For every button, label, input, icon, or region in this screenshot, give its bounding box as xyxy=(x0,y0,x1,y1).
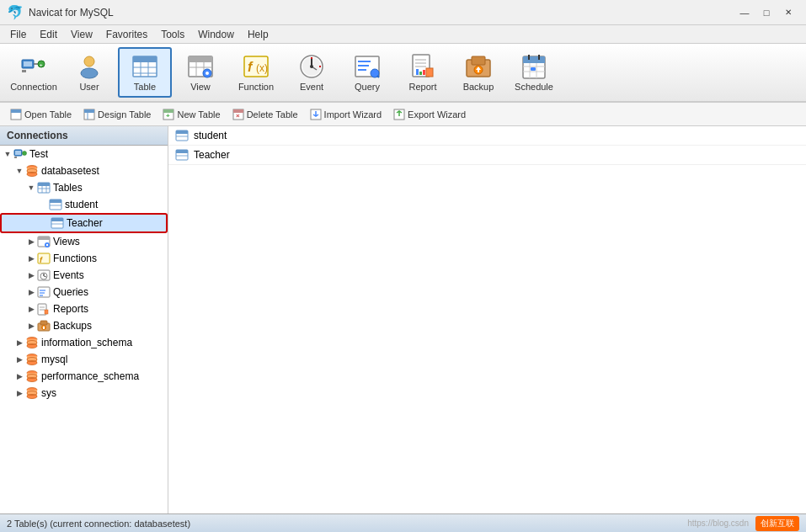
menu-file[interactable]: File xyxy=(3,27,33,42)
svg-rect-15 xyxy=(189,56,212,62)
toolbar-report-button[interactable]: Report xyxy=(396,47,450,98)
title-bar: 🐬 Navicat for MySQL — □ ✕ xyxy=(0,0,806,25)
maximize-button[interactable]: □ xyxy=(755,4,777,21)
toggle-tables: ▼ xyxy=(25,182,37,194)
backups-icon xyxy=(37,319,51,332)
tree-label-student: student xyxy=(65,199,98,210)
toolbar-event-button[interactable]: Event xyxy=(285,47,339,98)
menu-help[interactable]: Help xyxy=(241,27,275,42)
svg-point-74 xyxy=(23,152,27,156)
toolbar-function-button[interactable]: f (x) Function xyxy=(229,47,283,98)
toolbar-query-button[interactable]: Query xyxy=(340,47,394,98)
new-table-button[interactable]: + New Table xyxy=(157,107,225,122)
tree-item-performance-schema[interactable]: ▶ performance_schema xyxy=(0,368,168,385)
functions-icon: f xyxy=(37,252,51,265)
table-icon-teacher-right xyxy=(175,148,189,162)
svg-rect-131 xyxy=(176,150,188,153)
database-icon-information-schema xyxy=(25,336,39,349)
svg-point-7 xyxy=(81,68,98,78)
svg-text:+: + xyxy=(166,112,170,120)
database-icon-databasetest xyxy=(25,164,39,178)
tree-item-information-schema[interactable]: ▶ information_schema xyxy=(0,334,168,351)
menu-tools[interactable]: Tools xyxy=(154,27,191,42)
tree-label-databasetest: databasetest xyxy=(41,165,99,177)
svg-rect-85 xyxy=(50,200,61,203)
tree-label-performance-schema: performance_schema xyxy=(41,370,139,382)
tree-item-functions[interactable]: ▶ f Functions xyxy=(0,250,168,267)
tree-item-mysql[interactable]: ▶ mysql xyxy=(0,351,168,368)
tree-label-information-schema: information_schema xyxy=(41,337,132,348)
table-list-item-teacher[interactable]: Teacher xyxy=(168,146,806,165)
tree-item-test[interactable]: ▼ Test xyxy=(0,146,168,162)
query-icon xyxy=(354,53,381,80)
tree-item-teacher[interactable]: Teacher xyxy=(0,213,168,233)
queries-icon xyxy=(37,285,51,299)
menu-window[interactable]: Window xyxy=(191,27,241,42)
svg-text:(x): (x) xyxy=(256,62,268,74)
toggle-student xyxy=(37,199,49,210)
database-icon-mysql xyxy=(25,353,39,366)
table-list-item-student[interactable]: student xyxy=(168,126,806,146)
tree-item-backups[interactable]: ▶ Backups xyxy=(0,317,168,334)
action-toolbar: Open Table Design Table + New Table × De… xyxy=(0,103,806,126)
toolbar-table-button[interactable]: Table xyxy=(118,47,172,98)
user-label: User xyxy=(79,82,99,92)
svg-rect-88 xyxy=(51,218,63,221)
tree-item-reports[interactable]: ▶ Reports xyxy=(0,301,168,317)
toggle-teacher xyxy=(39,217,51,229)
toggle-reports: ▶ xyxy=(25,303,37,315)
toolbar-view-button[interactable]: View xyxy=(173,47,227,98)
svg-rect-50 xyxy=(523,56,545,63)
tables-icon xyxy=(37,181,51,194)
app-icon: 🐬 xyxy=(7,4,24,20)
toggle-events: ▶ xyxy=(25,269,37,281)
toolbar-schedule-button[interactable]: Schedule xyxy=(507,47,561,98)
toolbar-backup-button[interactable]: Backup xyxy=(451,47,505,98)
tree-item-sys[interactable]: ▶ sys xyxy=(0,385,168,402)
tree-label-reports: Reports xyxy=(53,303,88,315)
import-wizard-icon xyxy=(310,109,322,120)
tree-item-student[interactable]: student xyxy=(0,196,168,213)
menu-favorites[interactable]: Favorites xyxy=(99,27,154,42)
tree-item-queries[interactable]: ▶ Queries xyxy=(0,284,168,301)
report-icon xyxy=(409,53,436,80)
import-wizard-button[interactable]: Import Wizard xyxy=(305,107,387,122)
toolbar-connection-button[interactable]: + Connection xyxy=(7,47,61,98)
tree-item-events[interactable]: ▶ Events xyxy=(0,267,168,284)
events-icon xyxy=(37,269,51,282)
tree-label-tables: Tables xyxy=(53,182,83,194)
delete-table-button[interactable]: × Delete Table xyxy=(227,107,303,122)
menu-view[interactable]: View xyxy=(64,27,99,42)
minimize-button[interactable]: — xyxy=(734,4,755,21)
tree-item-views[interactable]: ▶ Views xyxy=(0,233,168,250)
title-text: Navicat for MySQL xyxy=(29,7,734,19)
svg-rect-2 xyxy=(22,70,26,72)
svg-text:×: × xyxy=(236,112,240,120)
event-icon xyxy=(298,53,325,80)
tree-item-tables[interactable]: ▼ Tables xyxy=(0,179,168,196)
user-icon xyxy=(76,53,103,80)
watermark: https://blog.csdn xyxy=(687,519,749,528)
design-table-icon xyxy=(83,109,95,120)
toggle-information-schema: ▶ xyxy=(13,337,25,348)
tree-label-functions: Functions xyxy=(53,253,97,264)
open-table-button[interactable]: Open Table xyxy=(5,107,77,122)
window-controls: — □ ✕ xyxy=(734,4,799,21)
svg-rect-47 xyxy=(472,56,485,65)
tree-label-events: Events xyxy=(53,269,84,281)
toggle-databasetest: ▼ xyxy=(13,165,25,177)
table-label: Table xyxy=(134,82,156,92)
menu-edit[interactable]: Edit xyxy=(33,27,64,42)
status-text: 2 Table(s) (current connection: database… xyxy=(7,519,190,529)
svg-rect-41 xyxy=(426,68,433,77)
toggle-test: ▼ xyxy=(2,148,13,160)
export-wizard-button[interactable]: Export Wizard xyxy=(388,107,471,122)
toolbar-user-button[interactable]: User xyxy=(62,47,116,98)
design-table-button[interactable]: Design Table xyxy=(78,107,156,122)
tree-item-databasetest[interactable]: ▼ databasetest xyxy=(0,162,168,179)
connection-label: Connection xyxy=(10,82,57,92)
close-button[interactable]: ✕ xyxy=(777,4,799,21)
svg-point-28 xyxy=(310,65,313,68)
toggle-views: ▶ xyxy=(25,236,37,247)
table-icon xyxy=(131,53,158,80)
